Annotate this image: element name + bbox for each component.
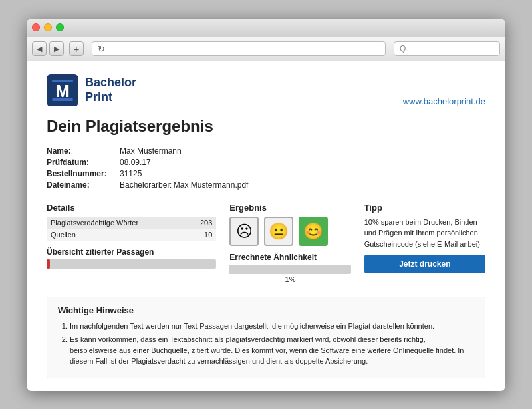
datei-value: Bachelorarbeit Max Mustermann.pdf	[120, 180, 248, 190]
bestell-label: Bestellnummer:	[47, 169, 120, 178]
logo-text: Bachelor Print	[85, 76, 136, 104]
browser-window: ◀ ▶ + ↻ Q- M B	[27, 19, 505, 391]
sad-icon: ☹	[236, 222, 253, 241]
datei-label: Dateiname:	[47, 180, 120, 190]
tipp-text: 10% sparen beim Drucken, Binden und Präg…	[364, 217, 485, 250]
minimize-button[interactable]	[44, 23, 52, 31]
smiley-neutral: 😐	[264, 217, 293, 246]
aehnlichkeit-value: 1%	[229, 275, 350, 283]
url-bar[interactable]: ↻	[92, 41, 386, 56]
row-value: 10	[190, 229, 216, 241]
smiley-row: ☹ 😐 😊	[229, 217, 350, 246]
ergebnis-header: Ergebnis	[229, 203, 350, 213]
uebersicht-progress-fill	[47, 259, 50, 269]
details-table: Plagiatsverdächtige Wörter 203 Quellen 1…	[47, 217, 216, 241]
details-header: Details	[47, 203, 216, 213]
col-tipp: Tipp 10% sparen beim Drucken, Binden und…	[364, 203, 485, 283]
titlebar	[27, 19, 505, 37]
name-label: Name:	[47, 146, 120, 156]
info-row-bestell: Bestellnummer: 31125	[47, 169, 485, 178]
list-item: Im nachfolgenden Text werden nur Text-Pa…	[70, 321, 474, 332]
jetzt-drucken-button[interactable]: Jetzt drucken	[364, 255, 485, 273]
row-value: 203	[190, 217, 216, 229]
website-link[interactable]: www.bachelorprint.de	[403, 96, 485, 106]
three-columns: Details Plagiatsverdächtige Wörter 203 Q…	[47, 203, 485, 283]
hinweise-box: Wichtige Hinweise Im nachfolgenden Text …	[47, 297, 485, 378]
info-table: Name: Max Mustermann Prüfdatum: 08.09.17…	[47, 146, 485, 190]
aehnlichkeit-label: Errechnete Ähnlichkeit	[229, 253, 350, 262]
forward-icon: ▶	[54, 45, 59, 53]
pruef-label: Prüfdatum:	[47, 158, 120, 167]
bestell-value: 31125	[120, 169, 142, 178]
logo: M Bachelor Print	[47, 74, 136, 106]
logo-icon: M	[47, 74, 78, 106]
hinweise-list: Im nachfolgenden Text werden nur Text-Pa…	[58, 321, 474, 367]
info-row-pruef: Prüfdatum: 08.09.17	[47, 158, 485, 167]
row-label: Plagiatsverdächtige Wörter	[47, 217, 190, 229]
info-row-datei: Dateiname: Bachelorarbeit Max Mustermann…	[47, 180, 485, 190]
svg-text:M: M	[55, 81, 70, 101]
page-title: Dein Plagiatsergebnis	[47, 117, 485, 136]
search-icon: Q-	[400, 44, 408, 53]
uebersicht-label: Übersicht zitierter Passagen	[47, 247, 216, 257]
new-tab-button[interactable]: +	[69, 41, 84, 56]
back-icon: ◀	[37, 45, 42, 53]
svg-rect-3	[52, 98, 73, 101]
browser-toolbar: ◀ ▶ + ↻ Q-	[27, 37, 505, 61]
hinweise-title: Wichtige Hinweise	[58, 305, 474, 315]
back-button[interactable]: ◀	[32, 41, 47, 56]
maximize-button[interactable]	[56, 23, 64, 31]
forward-button[interactable]: ▶	[49, 41, 64, 56]
happy-icon: 😊	[303, 222, 323, 241]
name-value: Max Mustermann	[120, 146, 182, 156]
info-row-name: Name: Max Mustermann	[47, 146, 485, 156]
close-button[interactable]	[32, 23, 40, 31]
svg-rect-2	[52, 80, 73, 82]
row-label: Quellen	[47, 229, 190, 241]
table-row: Plagiatsverdächtige Wörter 203	[47, 217, 216, 229]
site-header: M Bachelor Print www.bachelorprint.de	[47, 74, 485, 106]
col-details: Details Plagiatsverdächtige Wörter 203 Q…	[47, 203, 216, 283]
col-ergebnis: Ergebnis ☹ 😐 😊 Errechnete Ähnlichkeit	[229, 203, 350, 283]
pruef-value: 08.09.17	[120, 158, 151, 167]
aehnlichkeit-fill	[229, 265, 231, 274]
reload-button[interactable]: ↻	[98, 44, 105, 54]
plus-icon: +	[74, 43, 80, 55]
neutral-icon: 😐	[269, 222, 289, 241]
tipp-header: Tipp	[364, 203, 485, 213]
table-row: Quellen 10	[47, 229, 216, 241]
list-item: Es kann vorkommen, dass ein Textabschnit…	[70, 334, 474, 367]
aehnlichkeit-bar	[229, 265, 350, 274]
traffic-lights	[32, 23, 64, 31]
search-bar[interactable]: Q-	[394, 41, 500, 56]
page-content: M Bachelor Print www.bachelorprint.de De…	[27, 61, 505, 391]
smiley-sad: ☹	[229, 217, 259, 246]
uebersicht-progress-bar	[47, 259, 216, 269]
smiley-happy: 😊	[299, 217, 328, 246]
